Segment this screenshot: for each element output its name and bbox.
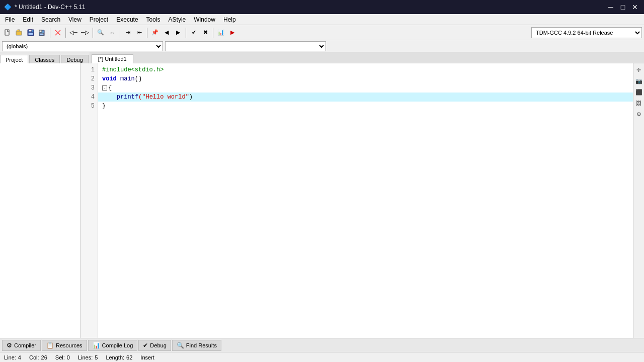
line-num-3: 3 xyxy=(80,83,98,93)
close-button[interactable]: ✕ xyxy=(630,2,640,12)
bottom-tab-find-results[interactable]: 🔍 Find Results xyxy=(172,340,221,351)
svg-rect-1 xyxy=(16,31,22,35)
code-line-4: printf("Hello world") xyxy=(98,93,633,102)
svg-rect-3 xyxy=(29,30,32,32)
right-btn-1[interactable]: ✛ xyxy=(634,65,643,74)
line-num-1: 1 xyxy=(80,65,98,74)
menu-astyle[interactable]: AStyle xyxy=(165,14,190,25)
prev-book[interactable]: ◀ xyxy=(161,27,172,38)
toolbar-separator-5 xyxy=(147,28,147,38)
status-length: Length: 62 xyxy=(106,354,132,360)
length-label: Length: xyxy=(106,354,124,360)
code-area: 1 2 3 4 5 #include<stdio.h> void main() … xyxy=(80,63,644,338)
right-btn-img[interactable]: 🖼 xyxy=(634,99,643,108)
toolbar-separator-3 xyxy=(93,28,93,38)
menu-file[interactable]: File xyxy=(1,14,19,25)
code-line-1: #include<stdio.h> xyxy=(98,65,633,74)
save-all-button[interactable] xyxy=(37,27,48,38)
line-num-5: 5 xyxy=(80,102,98,111)
menu-tools[interactable]: Tools xyxy=(142,14,165,25)
unindent-button[interactable]: ⇤ xyxy=(134,27,145,38)
redo-button[interactable]: ─▷ xyxy=(79,27,91,38)
compiler-tab-label: Compiler xyxy=(14,342,36,348)
line-num-2: 2 xyxy=(80,74,98,83)
sel-label: Sel: xyxy=(55,354,65,360)
bottom-tab-resources[interactable]: 📋 Resources xyxy=(42,340,87,351)
toolbar-separator-6 xyxy=(186,28,186,38)
debug-tab-label: Debug xyxy=(150,342,166,348)
lines-value: 5 xyxy=(95,354,98,360)
main-content: 1 2 3 4 5 #include<stdio.h> void main() … xyxy=(0,63,644,338)
menu-search[interactable]: Search xyxy=(37,14,64,25)
menu-execute[interactable]: Execute xyxy=(112,14,142,25)
title-bar-left: 🔷 * Untitled1 - Dev-C++ 5.11 xyxy=(4,4,86,11)
menu-view[interactable]: View xyxy=(64,14,86,25)
lines-label: Lines: xyxy=(78,354,93,360)
right-btn-settings[interactable]: ⚙ xyxy=(634,110,643,119)
status-col: Col: 26 xyxy=(29,354,47,360)
menu-window[interactable]: Window xyxy=(190,14,219,25)
undo-button[interactable]: ◁─ xyxy=(68,27,79,38)
line-label: Line: xyxy=(4,354,16,360)
find-button[interactable]: 🔍 xyxy=(95,27,106,38)
replace-button[interactable]: ↔ xyxy=(107,27,118,38)
file-tabs: [*] Untitled1 xyxy=(90,52,644,63)
title-bar: 🔷 * Untitled1 - Dev-C++ 5.11 ─ □ ✕ xyxy=(0,0,644,14)
brace-indicator: - xyxy=(102,85,107,90)
file-tab-untitled1[interactable]: [*] Untitled1 xyxy=(92,54,133,63)
compile-log-icon: 📊 xyxy=(93,342,100,349)
compiler-select[interactable]: TDM-GCC 4.9.2 64-bit Release xyxy=(531,27,642,38)
code-line-5: } xyxy=(98,102,633,111)
maximize-button[interactable]: □ xyxy=(618,2,628,12)
bottom-tab-debug[interactable]: ✔ Debug xyxy=(138,340,171,351)
sidebar-content xyxy=(0,63,80,338)
find-results-icon: 🔍 xyxy=(177,342,184,349)
bottom-tab-compiler[interactable]: ⚙ Compiler xyxy=(2,340,41,351)
toggle-book[interactable]: 📌 xyxy=(149,27,160,38)
toolbar-separator-4 xyxy=(120,28,120,38)
resources-icon: 📋 xyxy=(46,342,54,349)
menu-edit[interactable]: Edit xyxy=(19,14,37,25)
close-button-tb[interactable] xyxy=(52,27,63,38)
resources-tab-label: Resources xyxy=(56,342,83,348)
next-book[interactable]: ▶ xyxy=(173,27,184,38)
bottom-tab-compile-log[interactable]: 📊 Compile Log xyxy=(88,340,138,351)
find-results-tab-label: Find Results xyxy=(186,342,217,348)
code-editor[interactable]: #include<stdio.h> void main() -{ printf(… xyxy=(98,63,633,338)
right-btn-record[interactable]: ⬛ xyxy=(634,87,643,97)
func-dropdown[interactable] xyxy=(165,41,326,51)
line-numbers: 1 2 3 4 5 xyxy=(80,63,98,338)
window-title: * Untitled1 - Dev-C++ 5.11 xyxy=(15,4,86,11)
open-button[interactable] xyxy=(14,27,25,38)
svg-rect-6 xyxy=(39,30,42,32)
length-value: 62 xyxy=(126,354,132,360)
save-button[interactable] xyxy=(25,27,36,38)
sidebar xyxy=(0,63,80,338)
status-mode: Insert xyxy=(140,354,154,360)
debug-icon: ✔ xyxy=(143,342,148,349)
mode-value: Insert xyxy=(140,354,154,360)
menu-project[interactable]: Project xyxy=(86,14,112,25)
compile-check[interactable]: ✔ xyxy=(188,27,199,38)
svg-rect-7 xyxy=(40,33,44,35)
toolbar-separator-7 xyxy=(213,28,213,38)
new-button[interactable] xyxy=(2,27,13,38)
run-button[interactable]: ▶ xyxy=(227,27,238,38)
col-label: Col: xyxy=(29,354,39,360)
minimize-button[interactable]: ─ xyxy=(606,2,616,12)
col-value: 26 xyxy=(41,354,47,360)
svg-rect-0 xyxy=(5,30,9,35)
menu-help[interactable]: Help xyxy=(219,14,240,25)
right-btn-camera[interactable]: 📷 xyxy=(634,76,643,85)
stop-compile[interactable]: ✖ xyxy=(200,27,211,38)
scope-dropdown[interactable]: (globals) xyxy=(2,41,163,51)
indent-button[interactable]: ⇥ xyxy=(122,27,133,38)
status-line: Line: 4 xyxy=(4,354,21,360)
right-sidebar: ✛ 📷 ⬛ 🖼 ⚙ xyxy=(633,63,644,338)
line-num-4: 4 xyxy=(80,93,98,102)
status-lines: Lines: 5 xyxy=(78,354,98,360)
status-bar: Line: 4 Col: 26 Sel: 0 Lines: 5 Length: … xyxy=(0,352,644,362)
compile-log-tab-label: Compile Log xyxy=(102,342,133,348)
secondary-toolbar: (globals) xyxy=(0,40,644,52)
run-chart[interactable]: 📊 xyxy=(215,27,226,38)
